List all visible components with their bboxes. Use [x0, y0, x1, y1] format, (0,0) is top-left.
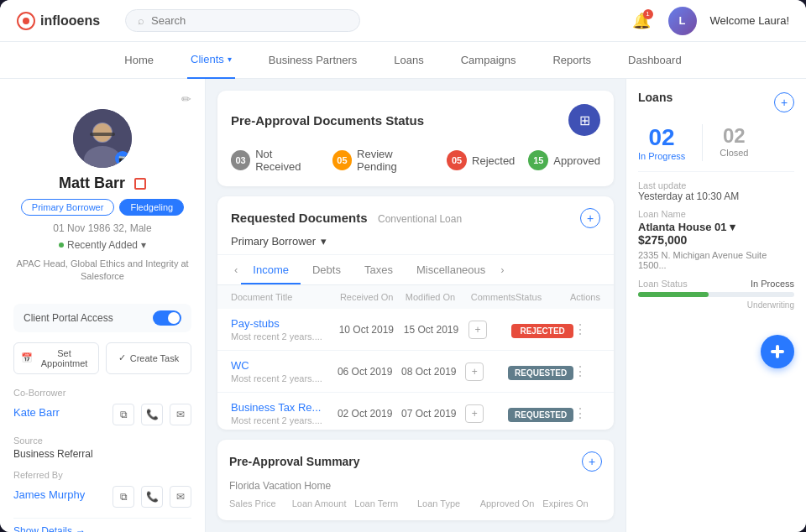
profile-section: 📷 Matt Barr Primary Borrower Fledgeling … — [13, 109, 191, 304]
doc-comment-tax[interactable]: + — [465, 404, 484, 423]
tab-miscellaneous[interactable]: Miscellaneous — [405, 255, 497, 284]
header-right: 🔔 1 L Welcome Laura! — [628, 7, 789, 35]
profile-status[interactable]: Recently Added ▾ — [13, 239, 191, 251]
nav-home[interactable]: Home — [121, 42, 157, 79]
nav-business-partners[interactable]: Business Partners — [265, 42, 361, 79]
not-received-label: Not Received — [255, 148, 319, 173]
main: ✏ 📷 Matt Barr — [0, 79, 806, 532]
coborrower-name[interactable]: Kate Barr — [13, 406, 60, 419]
closed-label: Closed — [720, 148, 748, 158]
docs-title-group: Requested Documents Conventional Loan — [231, 211, 462, 226]
notification-button[interactable]: 🔔 1 — [628, 8, 655, 34]
referred-copy-button[interactable]: ⧉ — [113, 486, 134, 508]
referred-email-button[interactable]: ✉ — [170, 486, 191, 508]
loan-progress-fill — [638, 292, 709, 297]
doc-status-paystubs: REJECTED — [511, 324, 573, 338]
source-label: Source — [13, 436, 191, 446]
calculator-button[interactable]: ⊞ — [568, 104, 600, 136]
loan-status-label: Loan Status — [638, 279, 688, 289]
loan-name[interactable]: Atlanta House 01 ▾ — [638, 221, 794, 233]
add-summary-button[interactable]: + — [582, 451, 602, 472]
doc-modified-wc: 08 Oct 2019 — [401, 366, 465, 378]
doc-name-tax[interactable]: Business Tax Re... — [231, 401, 338, 414]
show-details-button[interactable]: Show Details → — [13, 518, 191, 532]
create-task-button[interactable]: ✓ Create Task — [106, 342, 191, 374]
floating-action-button[interactable] — [761, 335, 794, 368]
summary-col-sales: Sales Price — [229, 498, 289, 509]
summary-subtitle: Florida Vacation Home — [229, 480, 602, 492]
in-progress-label: In Progress — [638, 151, 685, 161]
summary-header: Pre-Approval Summary + — [229, 451, 602, 472]
portal-access-label: Client Portal Access — [24, 312, 113, 324]
status-badges: 03 Not Received 05 Review Pending 05 Rej… — [231, 148, 600, 173]
rejected-badge: 05 — [447, 150, 467, 170]
pre-approval-summary-card: Pre-Approval Summary + Florida Vacation … — [217, 440, 614, 520]
loan-address: 2335 N. Michigan Avenue Suite 1500... — [638, 250, 794, 270]
add-loan-button[interactable]: + — [774, 92, 794, 112]
section-divider — [638, 171, 794, 172]
search-bar[interactable]: ⌕ — [125, 9, 360, 32]
status-chevron: ▾ — [141, 239, 146, 251]
tab-left-arrow[interactable]: ‹ — [231, 255, 241, 284]
tab-debts[interactable]: Debts — [301, 255, 353, 284]
app-container: inflooens ⌕ 🔔 1 L Welcome Laura! Home Cl… — [0, 0, 806, 532]
add-document-button[interactable]: + — [580, 208, 600, 228]
sidebar: ✏ 📷 Matt Barr — [0, 79, 206, 532]
referred-name[interactable]: James Murphy — [13, 488, 85, 501]
last-update-value: Yesterday at 10:30 AM — [638, 190, 794, 202]
summary-col-expires: Expires On — [542, 498, 602, 509]
tab-right-arrow[interactable]: › — [497, 255, 507, 284]
set-appointment-button[interactable]: 📅 Set Appointmet — [13, 342, 99, 374]
portal-access: Client Portal Access — [13, 304, 191, 332]
borrower-selector[interactable]: Primary Borrower ▾ — [217, 228, 614, 255]
coborrower-email-button[interactable]: ✉ — [170, 404, 191, 425]
loan-progress-bar — [638, 292, 794, 297]
nav-reports[interactable]: Reports — [549, 42, 594, 79]
nav-dashboard[interactable]: Dashboard — [625, 42, 685, 79]
referred-label: Referred By — [13, 470, 191, 480]
doc-comment-wc[interactable]: + — [465, 362, 484, 381]
summary-col-loan: Loan Amount — [292, 498, 352, 509]
camera-icon[interactable]: 📷 — [115, 151, 130, 166]
nav-campaigns[interactable]: Campaigns — [458, 42, 520, 79]
search-input[interactable] — [151, 14, 348, 27]
loans-counts: 02 In Progress 02 Closed — [638, 124, 794, 161]
loan-status-row: Loan Status In Process — [638, 279, 794, 289]
loan-type: Conventional Loan — [378, 213, 462, 225]
tab-income[interactable]: Income — [241, 255, 301, 284]
doc-status-wc: REQUESTED — [508, 366, 573, 380]
referred-phone-button[interactable]: 📞 — [141, 486, 163, 508]
tag-fledgeling: Fledgeling — [119, 199, 184, 216]
doc-name-paystubs[interactable]: Pay-stubs — [231, 317, 339, 330]
rejected-label: Rejected — [472, 154, 515, 167]
coborrower-label: Co-Borrower — [13, 388, 191, 398]
coborrower-copy-button[interactable]: ⧉ — [113, 404, 134, 425]
nav-loans[interactable]: Loans — [390, 42, 427, 79]
table-row: Business Tax Re... Most recent 2 years..… — [217, 393, 614, 430]
doc-name-wc[interactable]: WC — [231, 359, 338, 372]
docs-title: Requested Documents — [231, 211, 368, 225]
edit-icon[interactable]: ✏ — [181, 92, 191, 106]
doc-tax: Business Tax Re... Most recent 2 years..… — [231, 401, 338, 425]
doc-menu-tax[interactable]: ⋮ — [573, 405, 600, 421]
approved-label: Approved — [553, 154, 600, 167]
content: Pre-Approval Documents Status ⊞ 03 Not R… — [206, 79, 625, 532]
doc-wc: WC Most recent 2 years.... — [231, 359, 338, 383]
doc-menu-wc[interactable]: ⋮ — [573, 363, 600, 379]
card-header: Pre-Approval Documents Status ⊞ — [231, 104, 600, 136]
clients-dropdown-icon: ▾ — [228, 55, 232, 64]
tab-taxes[interactable]: Taxes — [353, 255, 405, 284]
coborrower-phone-button[interactable]: 📞 — [141, 404, 163, 425]
count-divider — [702, 124, 703, 161]
svg-rect-6 — [90, 133, 115, 136]
doc-comment-paystubs[interactable]: + — [468, 321, 487, 339]
pre-approval-title: Pre-Approval Documents Status — [231, 113, 424, 128]
summary-title: Pre-Approval Summary — [229, 455, 360, 468]
avatar: L — [668, 7, 697, 35]
last-update-label: Last update — [638, 180, 794, 190]
table-row: Pay-stubs Most recent 2 years.... 10 Oct… — [217, 309, 614, 351]
portal-access-toggle[interactable] — [153, 310, 181, 326]
nav-clients[interactable]: Clients ▾ — [187, 42, 235, 79]
doc-menu-paystubs[interactable]: ⋮ — [573, 321, 600, 337]
coborrower-section: Co-Borrower Kate Barr ⧉ 📞 ✉ — [13, 388, 191, 425]
